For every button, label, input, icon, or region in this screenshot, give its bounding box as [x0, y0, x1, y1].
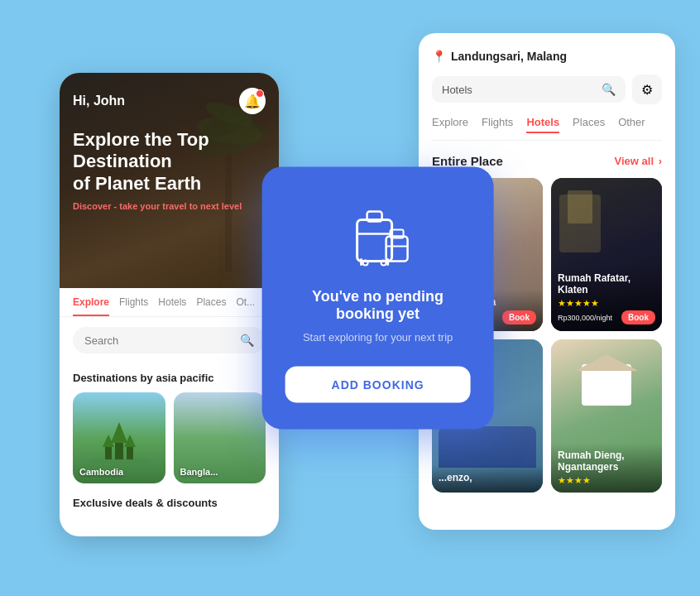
place-card-info-2: Rumah Rafatar, Klaten ★★★★★ Rp300,000/ni… — [551, 266, 662, 331]
destination-bangla[interactable]: Bangla... — [174, 392, 266, 483]
search-row: 🔍 ⚙ — [432, 74, 662, 104]
section-header: Entire Place View all › — [432, 154, 662, 168]
stars-2: ★★★★★ — [558, 298, 655, 309]
greeting-row: Hi, John 🔔 — [73, 88, 266, 114]
filter-icon: ⚙ — [641, 82, 653, 98]
greeting-text: Hi, John — [73, 94, 125, 108]
luggage-icon — [341, 197, 415, 272]
search-icon: 🔍 — [602, 83, 616, 96]
right-nav-places[interactable]: Places — [573, 116, 605, 133]
place-name-3: ...enzo, — [439, 472, 536, 483]
right-nav-flights[interactable]: Flights — [482, 116, 513, 133]
place-name-2: Rumah Rafatar, Klaten — [558, 272, 655, 296]
nav-flights[interactable]: Flights — [119, 296, 148, 316]
destinations-row: Cambodia Bangla... — [73, 392, 266, 483]
hero-content: Hi, John 🔔 Explore the Top Destination o… — [60, 73, 279, 219]
right-panel-nav: Explore Flights Hotels Places Other — [432, 116, 662, 141]
location-row: 📍 Landungsari, Malang — [432, 50, 662, 63]
nav-other[interactable]: Ot... — [236, 296, 255, 316]
view-all-link[interactable]: View all › — [615, 155, 662, 167]
right-nav-explore[interactable]: Explore — [432, 116, 468, 133]
destination-cambodia[interactable]: Cambodia — [73, 392, 165, 483]
right-nav-hotels[interactable]: Hotels — [526, 116, 559, 133]
modal-title: You've no pending booking yet — [285, 288, 471, 323]
location-pin-icon: 📍 — [432, 50, 446, 63]
svg-rect-11 — [90, 459, 148, 464]
chevron-right-icon: › — [659, 155, 662, 167]
svg-point-21 — [381, 261, 386, 266]
bangla-label: Bangla... — [180, 467, 218, 477]
place-card-info-3: ...enzo, — [432, 465, 543, 493]
location-text: Landungsari, Malang — [451, 50, 567, 63]
book-button-2[interactable]: Book — [621, 310, 655, 324]
right-nav-other[interactable]: Other — [618, 116, 645, 133]
modal-subtitle: Start exploring for your next trip — [285, 331, 471, 344]
section-title: Entire Place — [432, 154, 503, 168]
filter-button[interactable]: ⚙ — [632, 74, 662, 104]
modal-card: You've no pending booking yet Start expl… — [262, 167, 494, 430]
phone-hero: Hi, John 🔔 Explore the Top Destination o… — [60, 73, 279, 288]
svg-rect-17 — [386, 237, 408, 262]
deals-title: Exclusive deals & discounts — [73, 497, 266, 509]
destinations-title: Destinations by asia pacific — [73, 372, 266, 384]
add-booking-button[interactable]: ADD BOOKING — [285, 367, 471, 403]
search-input[interactable] — [84, 334, 233, 347]
price-2: Rp300,000/night — [558, 314, 612, 322]
svg-point-20 — [363, 261, 368, 266]
place-card-2[interactable]: Rumah Rafatar, Klaten ★★★★★ Rp300,000/ni… — [551, 178, 662, 331]
left-phone-card: Hi, John 🔔 Explore the Top Destination o… — [60, 73, 279, 536]
hotels-search-box[interactable]: 🔍 — [432, 76, 626, 103]
deals-section: Exclusive deals & discounts — [60, 488, 279, 509]
place-card-info-4: Rumah Dieng, Ngantangers ★★★★ — [551, 443, 662, 493]
svg-marker-6 — [111, 422, 127, 443]
hero-title: Explore the Top Destination of Planet Ea… — [73, 129, 266, 195]
stars-4: ★★★★ — [558, 475, 655, 486]
notification-dot — [256, 89, 264, 98]
phone-search-bar[interactable]: 🔍 — [73, 327, 266, 353]
luggage-svg — [341, 197, 415, 272]
price-row-2: Rp300,000/night Book — [558, 310, 655, 324]
hero-subtitle: Discover - take your travel to next leve… — [73, 201, 266, 211]
phone-nav: Explore Flights Hotels Places Ot... — [60, 288, 279, 317]
place-card-4[interactable]: Rumah Dieng, Ngantangers ★★★★ — [551, 339, 662, 493]
nav-places[interactable]: Places — [196, 296, 226, 316]
destinations-section: Destinations by asia pacific Cambodia Ba… — [60, 363, 279, 488]
notification-button[interactable]: 🔔 — [239, 88, 266, 114]
place-name-4: Rumah Dieng, Ngantangers — [558, 449, 655, 473]
book-button-1[interactable]: Book — [502, 310, 536, 324]
nav-explore[interactable]: Explore — [73, 296, 109, 316]
temple-silhouette — [90, 418, 148, 464]
nav-hotels[interactable]: Hotels — [158, 296, 186, 316]
search-icon: 🔍 — [240, 334, 254, 347]
cambodia-label: Cambodia — [79, 467, 123, 477]
hotels-search-input[interactable] — [442, 84, 595, 96]
